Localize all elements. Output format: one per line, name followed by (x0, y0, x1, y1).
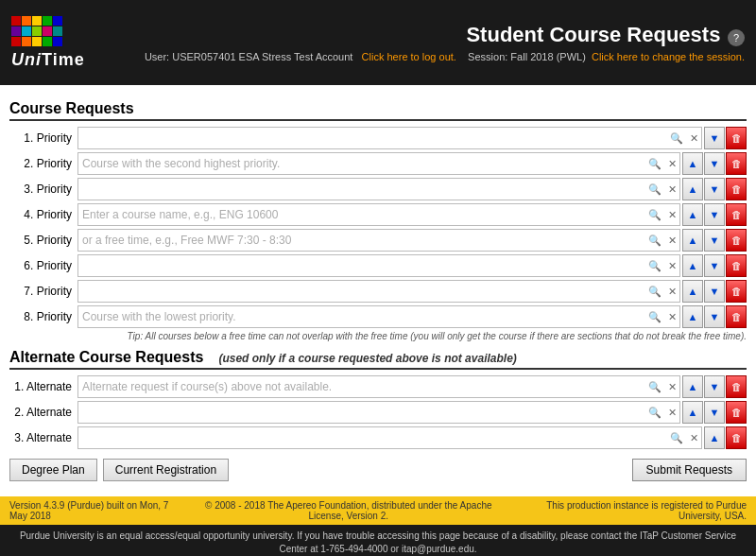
alternate-row-2: 2. Alternate 🔍 ✕ ▲ ▼ 🗑 (9, 401, 747, 424)
alternate-input-3[interactable] (77, 426, 702, 449)
priority-row-8: 8. Priority 🔍 ✕ ▲ ▼ 🗑 (9, 305, 747, 328)
priority-input-7[interactable] (77, 280, 680, 303)
submit-requests-button[interactable]: Submit Requests (632, 459, 747, 481)
up-btn-5[interactable]: ▲ (682, 229, 703, 252)
search-icon-7[interactable]: 🔍 (646, 280, 663, 303)
row-buttons-2: ▲ ▼ 🗑 (682, 152, 747, 175)
alternate-row-1: 1. Alternate 🔍 ✕ ▲ ▼ 🗑 (9, 375, 747, 398)
down-btn-8[interactable]: ▼ (704, 305, 725, 328)
session-info: User: USER057401 ESA Stress Test Account… (106, 51, 745, 62)
row-buttons-4: ▲ ▼ 🗑 (682, 203, 747, 226)
del-btn-3[interactable]: 🗑 (726, 178, 747, 200)
search-icon-8[interactable]: 🔍 (646, 305, 663, 328)
help-icon[interactable]: ? (728, 29, 745, 46)
clear-icon-6[interactable]: ✕ (663, 254, 680, 277)
alt-clear-icon-2[interactable]: ✕ (663, 401, 680, 424)
clear-icon-5[interactable]: ✕ (663, 229, 680, 252)
search-icon-4[interactable]: 🔍 (646, 203, 663, 226)
alt-clear-icon-1[interactable]: ✕ (663, 375, 680, 398)
alternate-input-1[interactable] (77, 375, 680, 398)
down-btn-4[interactable]: ▼ (704, 203, 725, 226)
logo-grid (11, 16, 106, 46)
search-icon-5[interactable]: 🔍 (646, 229, 663, 252)
del-btn-7[interactable]: 🗑 (726, 280, 747, 303)
priority-input-wrap-5: 🔍 ✕ (77, 229, 680, 252)
del-btn-6[interactable]: 🗑 (726, 254, 747, 277)
priority-label-6: 6. Priority (9, 259, 77, 272)
up-btn-8[interactable]: ▲ (682, 305, 703, 328)
alternate-input-wrap-3: 🔍 ✕ (77, 426, 702, 449)
current-registration-button[interactable]: Current Registration (103, 459, 229, 481)
down-btn-3[interactable]: ▼ (704, 178, 725, 200)
version-text: Version 4.3.9 (Purdue) built on Mon, 7 M… (9, 500, 187, 521)
del-btn-2[interactable]: 🗑 (726, 152, 747, 175)
priority-label-8: 8. Priority (9, 310, 77, 323)
registration-text: This production instance is registered t… (510, 500, 747, 521)
row-buttons-8: ▲ ▼ 🗑 (682, 305, 747, 328)
priority-row-6: 6. Priority 🔍 ✕ ▲ ▼ 🗑 (9, 254, 747, 277)
alt-del-btn-1[interactable]: 🗑 (726, 375, 747, 398)
input-icons-2: 🔍 ✕ (646, 152, 680, 175)
page-title: Student Course Requests ? (106, 23, 745, 47)
priority-input-2[interactable] (77, 152, 680, 175)
row-buttons-3: ▲ ▼ 🗑 (682, 178, 747, 200)
alt-search-icon-2[interactable]: 🔍 (646, 401, 663, 424)
search-icon-3[interactable]: 🔍 (646, 178, 663, 200)
priority-label-1: 1. Priority (9, 131, 77, 145)
header-right: Student Course Requests ? User: USER0574… (106, 23, 745, 62)
clear-icon-4[interactable]: ✕ (663, 203, 680, 226)
alt-up-btn-2[interactable]: ▲ (682, 401, 703, 424)
down-btn-5[interactable]: ▼ (704, 229, 725, 252)
search-icon-2[interactable]: 🔍 (646, 152, 663, 175)
priority-row-4: 4. Priority 🔍 ✕ ▲ ▼ 🗑 (9, 203, 747, 226)
alt-search-icon-1[interactable]: 🔍 (646, 375, 663, 398)
clear-icon-2[interactable]: ✕ (663, 152, 680, 175)
down-btn-7[interactable]: ▼ (704, 280, 725, 303)
del-btn-1[interactable]: 🗑 (726, 127, 747, 149)
logout-link[interactable]: Click here to log out. (362, 51, 456, 62)
up-btn-2[interactable]: ▲ (682, 152, 703, 175)
alt-up-btn-1[interactable]: ▲ (682, 375, 703, 398)
down-btn-1[interactable]: ▼ (704, 127, 725, 149)
del-btn-8[interactable]: 🗑 (726, 305, 747, 328)
alt-up-btn-3[interactable]: ▲ (704, 426, 725, 449)
up-btn-6[interactable]: ▲ (682, 254, 703, 277)
search-icon-6[interactable]: 🔍 (646, 254, 663, 277)
priority-input-3[interactable] (77, 178, 680, 200)
alternate-section-title: Alternate Course Requests (9, 349, 203, 366)
priority-input-5[interactable] (77, 229, 680, 252)
clear-icon-7[interactable]: ✕ (663, 280, 680, 303)
alt-search-icon-3[interactable]: 🔍 (668, 426, 685, 449)
clear-icon-1[interactable]: ✕ (685, 127, 702, 149)
search-icon-1[interactable]: 🔍 (668, 127, 685, 149)
clear-icon-8[interactable]: ✕ (663, 305, 680, 328)
up-btn-7[interactable]: ▲ (682, 280, 703, 303)
priority-input-6[interactable] (77, 254, 680, 277)
alt-clear-icon-3[interactable]: ✕ (685, 426, 702, 449)
main-content: Course Requests 1. Priority 🔍 ✕ ▼ 🗑 2. P… (0, 85, 756, 496)
priority-input-4[interactable] (77, 203, 680, 226)
up-btn-4[interactable]: ▲ (682, 203, 703, 226)
alt-down-btn-2[interactable]: ▼ (704, 401, 725, 424)
priority-input-wrap-8: 🔍 ✕ (77, 305, 680, 328)
clear-icon-3[interactable]: ✕ (663, 178, 680, 200)
alternate-row-3: 3. Alternate 🔍 ✕ ▲ 🗑 (9, 426, 747, 449)
del-btn-5[interactable]: 🗑 (726, 229, 747, 252)
priority-input-8[interactable] (77, 305, 680, 328)
degree-plan-button[interactable]: Degree Plan (9, 459, 97, 481)
accessibility-bar: Purdue University is an equal access/equ… (0, 525, 756, 556)
del-btn-4[interactable]: 🗑 (726, 203, 747, 226)
session-link[interactable]: Click here to change the session. (592, 51, 745, 62)
down-btn-6[interactable]: ▼ (704, 254, 725, 277)
alt-row-buttons-1: ▲ ▼ 🗑 (682, 375, 747, 398)
priority-label-4: 4. Priority (9, 208, 77, 221)
course-requests-header: Course Requests (9, 100, 747, 121)
alt-del-btn-3[interactable]: 🗑 (726, 426, 747, 449)
alt-down-btn-1[interactable]: ▼ (704, 375, 725, 398)
down-btn-2[interactable]: ▼ (704, 152, 725, 175)
priority-row-3: 3. Priority 🔍 ✕ ▲ ▼ 🗑 (9, 178, 747, 200)
alternate-input-2[interactable] (77, 401, 680, 424)
priority-input-1[interactable] (77, 127, 702, 149)
up-btn-3[interactable]: ▲ (682, 178, 703, 200)
alt-del-btn-2[interactable]: 🗑 (726, 401, 747, 424)
